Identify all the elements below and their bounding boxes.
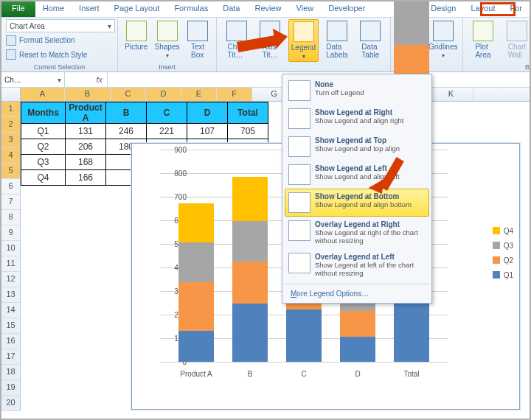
legend-entry-Q1[interactable]: Q1 [493,267,513,282]
column-header-E[interactable]: E [181,88,217,101]
table-cell[interactable]: 166 [66,170,106,186]
format-selection-button[interactable]: Format Selection [6,34,113,46]
legend-option-6[interactable]: Overlay Legend at LeftShow Legend at lef… [285,249,429,281]
legend-entry-Q2[interactable]: Q2 [493,253,513,267]
tab-format[interactable]: For [503,1,530,17]
row-header-18[interactable]: 18 [1,365,20,380]
select-all-corner[interactable] [1,88,21,101]
column-header-F[interactable]: F [217,88,252,101]
legend-option-icon [288,136,310,157]
column-header-C[interactable]: C [111,88,146,101]
legend-option-icon [288,164,310,185]
table-header-cell[interactable]: Total [228,102,268,124]
legend-entry-Q3[interactable]: Q3 [493,238,513,253]
legend-option-icon [288,108,310,129]
row-header-19[interactable]: 19 [1,380,20,396]
table-cell[interactable]: Q4 [21,170,66,186]
table-cell[interactable]: 107 [187,124,228,139]
table-cell[interactable]: 705 [228,124,268,139]
axis-titles-button[interactable]: Axis Tit… [254,19,285,62]
picture-button[interactable]: Picture [122,19,150,59]
row-header-11[interactable]: 11 [1,256,20,272]
bar-segment-Q2 [340,311,375,337]
row-header-10[interactable]: 10 [1,241,20,256]
legend-label: Q3 [504,242,513,250]
tab-review[interactable]: Review [247,1,288,17]
name-box[interactable]: Ch… ▾ [1,72,65,87]
table-cell[interactable]: 246 [106,124,147,139]
shapes-button[interactable]: Shapes▾ [153,19,181,59]
row-header-9[interactable]: 9 [1,225,20,241]
row-header-14[interactable]: 14 [1,303,20,318]
legend-option-3[interactable]: Show Legend at LeftShow Legend and align… [285,161,429,189]
tab-page-layout[interactable]: Page Layout [107,1,167,17]
chart-legend: Q4Q3Q2Q1 [493,223,513,282]
table-cell[interactable]: 131 [66,124,106,139]
reset-style-button[interactable]: Reset to Match Style [6,49,113,61]
legend-entry-Q4[interactable]: Q4 [493,223,513,238]
table-header-cell[interactable]: D [187,102,228,124]
chart-element-selector[interactable]: Chart Area ▾ [6,19,115,32]
tab-file[interactable]: File [1,1,35,17]
row-headers: 1234567891011121314151617181920 [1,102,21,411]
tab-home[interactable]: Home [35,1,72,17]
table-header-cell[interactable]: Months [21,102,66,124]
legend-button[interactable]: Legend▾ [288,19,319,62]
column-header-A[interactable]: A [21,88,65,101]
row-header-4[interactable]: 4 [1,148,20,164]
text-box-button[interactable]: Text Box [184,19,212,59]
row-header-12[interactable]: 12 [1,272,20,287]
row-header-5[interactable]: 5 [1,164,20,179]
table-header-cell[interactable]: Product A [66,102,106,124]
data-labels-button[interactable]: Data Labels [322,19,352,62]
row-header-20[interactable]: 20 [1,396,20,411]
row-header-1[interactable]: 1 [1,102,20,117]
column-header-B[interactable]: B [65,88,111,101]
column-header-D[interactable]: D [146,88,181,101]
tab-formulas[interactable]: Formulas [167,1,215,17]
plot-area-button[interactable]: Plot Area [468,19,499,59]
legend-option-1[interactable]: Show Legend at RightShow Legend and alig… [285,105,429,133]
row-header-7[interactable]: 7 [1,195,20,210]
worksheet: ABCDEFGHIJK 1234567891011121314151617181… [1,88,530,420]
row-header-13[interactable]: 13 [1,287,20,303]
legend-option-5[interactable]: Overlay Legend at RightShow Legend at ri… [285,217,429,249]
tab-developer[interactable]: Developer [321,1,372,17]
chart-wall-button[interactable]: Chart Wall [502,19,531,59]
tab-view[interactable]: View [289,1,322,17]
legend-swatch [493,242,500,249]
fx-label[interactable]: fx [65,72,108,87]
row-header-17[interactable]: 17 [1,349,20,365]
tab-layout[interactable]: Layout [463,1,502,17]
y-tick-label: 800 [167,169,187,178]
tab-insert[interactable]: Insert [72,1,107,17]
chart-title-button[interactable]: Chart Tit… [221,19,251,62]
bar-B[interactable] [232,177,268,362]
row-header-15[interactable]: 15 [1,318,20,334]
bar-Product A[interactable] [178,203,214,362]
tab-design[interactable]: Design [423,1,463,17]
data-table-button[interactable]: Data Table [355,19,386,62]
legend-option-2[interactable]: Show Legend at TopShow Legend and top al… [285,133,429,161]
column-header-K[interactable]: K [429,88,473,101]
table-cell[interactable]: Q2 [21,139,66,155]
table-cell[interactable]: 168 [66,155,106,170]
legend-option-4[interactable]: Show Legend at BottomShow Legend and ali… [285,189,429,217]
row-header-8[interactable]: 8 [1,210,20,225]
chevron-down-icon: ▾ [302,53,305,60]
tab-data[interactable]: Data [215,1,247,17]
row-header-2[interactable]: 2 [1,117,20,133]
table-cell[interactable]: 206 [66,139,106,155]
row-header-16[interactable]: 16 [1,334,20,349]
table-cell[interactable]: 221 [147,124,187,139]
ribbon: Chart Area ▾ Format Selection Reset to M… [1,18,530,72]
table-cell[interactable]: Q1 [21,124,66,139]
gridlines-button[interactable]: Gridlines▾ [428,19,459,59]
legend-option-0[interactable]: NoneTurn off Legend [285,77,429,105]
table-header-cell[interactable]: B [106,102,147,124]
table-header-cell[interactable]: C [147,102,187,124]
row-header-6[interactable]: 6 [1,179,20,195]
more-legend-options[interactable]: More Legend Options… [285,287,429,301]
table-cell[interactable]: Q3 [21,155,66,170]
row-header-3[interactable]: 3 [1,133,20,148]
